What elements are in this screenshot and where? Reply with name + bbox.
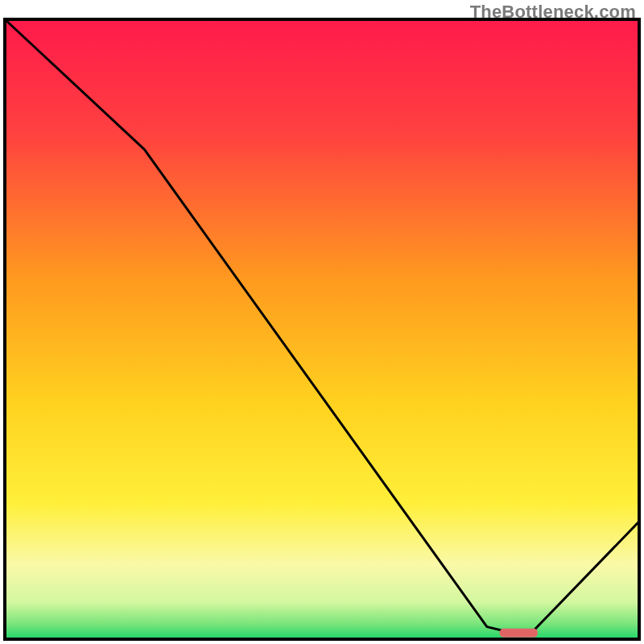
watermark-text: TheBottleneck.com [470, 2, 636, 23]
plot-area [5, 19, 639, 639]
highlight-marker [500, 629, 538, 638]
chart-container: TheBottleneck.com [0, 0, 644, 644]
chart-svg [0, 0, 644, 644]
